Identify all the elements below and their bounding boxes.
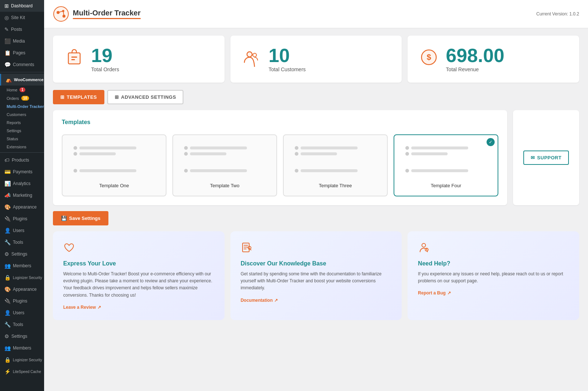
comments-icon: 💬 bbox=[4, 62, 11, 68]
sidebar-item-customers[interactable]: Customers bbox=[3, 111, 44, 119]
template-card-three[interactable]: Template Three bbox=[283, 134, 388, 196]
sidebar-item-pages[interactable]: 📋 Pages bbox=[0, 47, 44, 59]
stat-card-revenue: $ 698.00 Total Revenue bbox=[408, 36, 579, 83]
appearance2-label: Appearance bbox=[13, 287, 37, 292]
sidebar-item-analytics[interactable]: 📊 Analytics bbox=[0, 178, 44, 189]
orders-label: Orders bbox=[7, 96, 19, 101]
loginizer-icon: 🔒 bbox=[4, 275, 11, 280]
bar bbox=[411, 152, 448, 155]
sidebar-item-plugins2[interactable]: 🔌 Plugins bbox=[0, 295, 44, 307]
sidebar-item-settings[interactable]: ⚙ Settings bbox=[0, 248, 44, 260]
appearance2-icon: 🎨 bbox=[4, 286, 11, 292]
support-panel: ✉ SUPPORT bbox=[513, 110, 579, 205]
circle bbox=[295, 146, 298, 150]
sidebar-item-home[interactable]: Home 1 bbox=[3, 86, 44, 94]
sidebar-item-tools2[interactable]: 🔧 Tools bbox=[0, 319, 44, 330]
sidebar-item-users[interactable]: 👤 Users bbox=[0, 225, 44, 236]
templates-panel: Templates bbox=[53, 110, 507, 205]
litespeed-icon: ⚡ bbox=[4, 369, 11, 374]
sidebar-item-members2[interactable]: 👥 Members bbox=[0, 342, 44, 354]
sidebar-item-marketing[interactable]: 📣 Marketing bbox=[0, 189, 44, 201]
support-button[interactable]: ✉ SUPPORT bbox=[523, 151, 569, 165]
sidebar-item-woocommerce[interactable]: ⛺ WooCommerce ◀ bbox=[0, 74, 44, 86]
spacer bbox=[405, 158, 487, 169]
tab-advanced-settings[interactable]: ⊞ ADVANCED SETTINGS bbox=[107, 90, 183, 104]
sidebar-item-litespeed[interactable]: ⚡ LiteSpeed Cache bbox=[0, 366, 44, 377]
svg-point-10 bbox=[253, 53, 257, 57]
love-desc: Welcome to Multi-Order Tracker! Boost yo… bbox=[63, 271, 214, 299]
products-label: Products bbox=[12, 158, 29, 163]
spacer bbox=[184, 158, 265, 169]
advanced-tab-label: ADVANCED SETTINGS bbox=[121, 94, 176, 100]
template-line bbox=[295, 169, 376, 173]
tab-templates[interactable]: ⊞ TEMPLATES bbox=[53, 90, 104, 104]
svg-point-15 bbox=[422, 243, 426, 247]
members-icon: 👥 bbox=[4, 263, 11, 269]
sidebar-item-label: Comments bbox=[13, 62, 34, 67]
sidebar-item-comments[interactable]: 💬 Comments bbox=[0, 59, 44, 70]
sidebar-item-reports[interactable]: Reports bbox=[3, 119, 44, 127]
save-label: Save Settings bbox=[69, 216, 100, 221]
logo-area: Multi-Order Tracker bbox=[53, 6, 141, 22]
spacer bbox=[74, 158, 155, 169]
templates-tab-label: TEMPLATES bbox=[67, 94, 97, 100]
version-text: Current Version: 1.0.2 bbox=[536, 11, 579, 17]
sidebar-item-payments[interactable]: 💳 Payments bbox=[0, 166, 44, 178]
knowledge-title: Discover Our Knowledge Base bbox=[241, 260, 392, 267]
sidebar-item-dashboard[interactable]: ⊞ Dashboard bbox=[0, 0, 44, 12]
sidebar-item-appearance2[interactable]: 🎨 Appearance bbox=[0, 283, 44, 295]
love-link[interactable]: Leave a Review ↗ bbox=[63, 305, 214, 310]
circle bbox=[405, 169, 409, 173]
sidebar-item-multi-order-tracker[interactable]: Multi-Order Tracker bbox=[3, 102, 44, 111]
love-title: Express Your Love bbox=[63, 260, 214, 267]
revenue-stat-icon: $ bbox=[419, 48, 438, 71]
svg-rect-8 bbox=[71, 59, 75, 60]
knowledge-link[interactable]: Documentation ↗ bbox=[241, 298, 392, 303]
circle bbox=[184, 146, 188, 150]
circle bbox=[405, 152, 409, 156]
tabs-area: ⊞ TEMPLATES ⊞ ADVANCED SETTINGS bbox=[44, 90, 588, 110]
sidebar-item-status[interactable]: Status bbox=[3, 135, 44, 143]
sidebar-item-sitekit[interactable]: ◎ Site Kit bbox=[0, 12, 44, 23]
sidebar-item-extensions[interactable]: Extensions bbox=[3, 143, 44, 151]
sidebar-item-appearance[interactable]: 🎨 Appearance bbox=[0, 201, 44, 213]
circle bbox=[184, 152, 188, 156]
sidebar-item-plugins[interactable]: 🔌 Plugins bbox=[0, 213, 44, 225]
stat-info-revenue: 698.00 Total Revenue bbox=[446, 46, 504, 72]
help-link[interactable]: Report a Bug ↗ bbox=[418, 290, 569, 296]
sidebar-submenu-woo: Home 1 Orders 10 Multi-Order Tracker Cus… bbox=[0, 86, 44, 151]
template-two-name: Template Two bbox=[210, 183, 240, 188]
circle bbox=[405, 146, 409, 150]
sidebar-item-settings-woo[interactable]: Settings bbox=[3, 127, 44, 135]
stat-info-customers: 10 Total Customers bbox=[269, 46, 306, 72]
sidebar-divider-1 bbox=[0, 72, 44, 72]
settings2-icon: ⚙ bbox=[4, 333, 9, 339]
info-card-knowledge: Discover Our Knowledge Base Get started … bbox=[230, 231, 402, 320]
template-line bbox=[74, 152, 155, 156]
spacer bbox=[295, 158, 376, 169]
sidebar-item-tools[interactable]: 🔧 Tools bbox=[0, 236, 44, 248]
svg-text:$: $ bbox=[427, 53, 431, 62]
svg-point-9 bbox=[247, 52, 252, 57]
template-card-one[interactable]: Template One bbox=[62, 134, 166, 196]
sidebar-item-loginizer[interactable]: 🔒 Loginizer Security bbox=[0, 272, 44, 283]
sidebar-item-products[interactable]: 🏷 Products bbox=[0, 154, 44, 166]
tracker-label: Multi-Order Tracker bbox=[7, 104, 44, 109]
bar bbox=[79, 169, 136, 172]
info-row: Express Your Love Welcome to Multi-Order… bbox=[44, 231, 588, 329]
sidebar-item-posts[interactable]: ✎ Posts bbox=[0, 23, 44, 35]
save-settings-button[interactable]: 💾 Save Settings bbox=[53, 211, 108, 225]
template-card-four[interactable]: ✓ bbox=[394, 134, 498, 196]
sidebar-item-settings2[interactable]: ⚙ Settings bbox=[0, 330, 44, 342]
plugins-icon: 🔌 bbox=[4, 216, 11, 222]
sidebar-item-users2[interactable]: 👤 Users bbox=[0, 307, 44, 319]
sidebar-item-loginizer2[interactable]: 🔒 Loginizer Security bbox=[0, 354, 44, 366]
sidebar-item-members[interactable]: 👥 Members bbox=[0, 260, 44, 272]
sidebar-item-media[interactable]: ⬛ Media bbox=[0, 35, 44, 47]
template-card-two[interactable]: Template Two bbox=[172, 134, 277, 196]
appearance-label: Appearance bbox=[13, 204, 37, 210]
sidebar-item-orders[interactable]: Orders 10 bbox=[3, 94, 44, 102]
help-desc: If you experience any issues or need hel… bbox=[418, 271, 569, 285]
templates-grid: Template One bbox=[62, 134, 498, 196]
sidebar-divider-2 bbox=[0, 152, 44, 153]
